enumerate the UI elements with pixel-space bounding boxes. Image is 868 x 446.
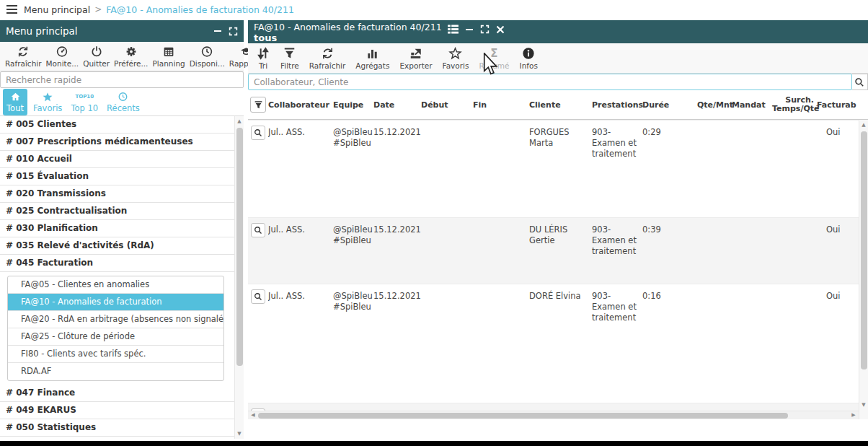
col-collaborateur[interactable]: Collaborateur [268,100,333,110]
scroll-right-icon[interactable]: ▶ [849,411,858,419]
submenu-item[interactable]: FA@05 - Clientes en anomalies [8,276,223,294]
row-magnifier-icon[interactable] [251,289,265,304]
close-icon[interactable] [496,25,505,34]
col-duree[interactable]: Durée [642,100,697,110]
search-icon[interactable] [852,74,868,90]
tab-recents[interactable]: Récents [104,89,143,115]
maximize-icon[interactable] [229,27,238,36]
submenu-item[interactable]: FI80 - Clients avec tarifs spéc. [8,346,223,363]
menu-item[interactable]: # 045 Facturation [0,255,234,272]
breadcrumb-current[interactable]: FA@10 - Anomalies de facturation 40/211 [106,4,294,15]
menu-item[interactable]: # 005 Clientes [0,116,234,134]
preferences-button[interactable]: Préfére... [112,45,150,69]
favorites-button[interactable]: Favoris [438,46,474,71]
scroll-up-icon[interactable]: ▲ [859,121,868,129]
power-icon [90,45,103,58]
menu-item[interactable]: # 047 Finance [0,385,234,402]
col-cliente[interactable]: Cliente [529,100,592,110]
table-row[interactable]: Jul.. ASS. @SpiBleu #SpiBleu 15.12.2021 … [248,217,859,284]
export-button[interactable]: Exporter [394,46,437,71]
minimize-icon[interactable] [465,25,474,34]
col-date[interactable]: Date [373,100,421,110]
cell-fin [473,284,529,291]
breadcrumb-root[interactable]: Menu principal [24,4,90,15]
scroll-up-icon[interactable]: ▲ [235,117,244,126]
menu-item[interactable]: # 010 Accueil [0,151,234,168]
scroll-thumb[interactable] [236,128,243,366]
tab-favoris[interactable]: Favoris [30,89,65,115]
col-debut[interactable]: Début [421,100,473,110]
summary-button: Σ Résumé [474,46,514,71]
toolbar-label: Planning [152,59,185,68]
toolbar-label: Quitter [83,59,110,68]
scroll-thumb[interactable] [861,131,867,370]
left-list-scrollbar[interactable]: ▲ ▼ [234,116,244,439]
col-fin[interactable]: Fin [473,100,529,110]
scroll-thumb[interactable] [258,413,788,419]
toolbar-label: Résumé [479,61,509,70]
table-vertical-scrollbar[interactable]: ▲ ▼ [859,120,868,419]
cell-debut [421,284,473,291]
column-filter-button[interactable] [250,97,266,113]
menu-item[interactable]: # 007 Prescriptions médicamenteuses [0,134,234,151]
col-facturable[interactable]: Facturab [817,100,859,110]
table-row[interactable]: Jul.. ASS. @SpiBleu #SpiBleu 15.12.2021 … [248,284,859,403]
view-list-icon[interactable] [448,25,459,34]
sort-button[interactable]: Tri [251,46,275,71]
tab-tout[interactable]: Tout [3,89,27,115]
infos-button[interactable]: Infos [515,46,543,71]
menu-item[interactable]: # 049 EKARUS [0,402,234,419]
refresh-button[interactable]: Rafraîchir [3,45,44,69]
row-magnifier-icon[interactable] [251,223,265,237]
filter-icon [254,100,263,110]
toolbar-label: Monite... [46,59,79,68]
quick-search-row [0,71,244,88]
menu-item[interactable]: # 050 Statistiques [0,419,234,437]
submenu-item[interactable]: FA@20 - RdA en arbitrage (absences non s… [8,311,223,328]
submenu-item[interactable]: RDA.AF [8,363,223,380]
maximize-icon[interactable] [480,25,490,34]
clock-icon [200,45,213,58]
table-search-input[interactable] [248,74,852,90]
col-qte-mnt[interactable]: Qte/Mnt [697,100,732,110]
cell-equipe: @SpiBleu #SpiBleu [333,218,373,246]
bar-chart-icon [366,47,379,60]
refresh-icon [17,45,30,58]
col-mandat[interactable]: Mandat [732,100,772,110]
menu-item[interactable]: # 030 Planification [0,220,234,237]
top10-icon: TOP 10 [75,91,94,102]
table-horizontal-scrollbar[interactable]: ◀ ▶ [248,411,859,419]
toolbar-label: Favoris [443,61,469,70]
breadcrumb-separator: > [94,4,102,14]
scroll-left-icon[interactable]: ◀ [249,411,257,419]
submenu-item-selected[interactable]: FA@10 - Anomalies de facturation [8,294,223,311]
hamburger-menu-icon[interactable] [6,5,17,14]
filter-button[interactable]: Filtre [275,46,304,71]
planning-button[interactable]: Planning [150,45,187,69]
left-panel-header: Menu principal [0,20,244,42]
table-row[interactable]: Jul.. ASS. @SpiBleu #SpiBleu 15.12.2021 … [248,120,859,217]
info-icon [522,47,535,60]
col-prestations[interactable]: Prestations [592,100,642,110]
col-equipe[interactable]: Equipe [333,100,373,110]
menu-item[interactable]: # 020 Transmissions [0,185,234,203]
col-surch-temps-qte[interactable]: Surch. Temps/Qté [772,96,817,113]
row-magnifier-icon[interactable] [251,126,265,140]
menu-item[interactable]: # 025 Contractualisation [0,203,234,220]
aggregates-button[interactable]: Agrégats [350,46,394,71]
cell-prestations: 903-Examen et traitement [592,218,642,257]
submenu-item[interactable]: FA@25 - Clôture de période [8,328,223,346]
quick-search-input[interactable] [0,71,244,88]
minimize-icon[interactable] [213,27,222,35]
monitor-button[interactable]: Monite... [44,45,81,69]
quit-button[interactable]: Quitter [81,45,112,69]
cell-surch [772,218,817,224]
menu-item[interactable]: # 015 Évaluation [0,168,234,185]
history-icon [118,91,128,102]
tab-top10[interactable]: TOP 10 Top 10 [68,89,101,115]
scroll-down-icon[interactable]: ▼ [235,429,244,438]
refresh-button[interactable]: Rafraîchir [304,46,351,71]
menu-item[interactable]: # 035 Relevé d'activités (RdA) [0,237,234,255]
scroll-down-icon[interactable]: ▼ [859,401,868,409]
availability-button[interactable]: Disponi... [187,45,227,69]
